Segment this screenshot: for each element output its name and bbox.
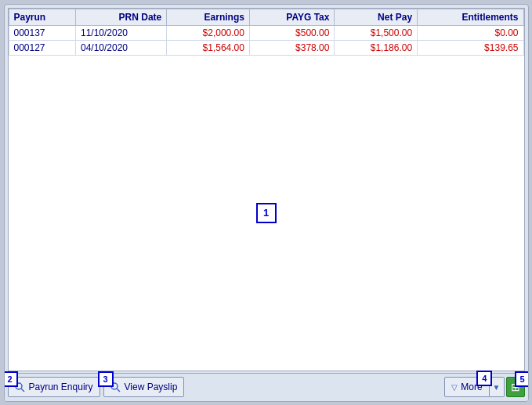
cell-net-pay: $1,500.00 bbox=[335, 25, 418, 40]
badge-3: 3 bbox=[98, 371, 114, 387]
middle-area: 1 bbox=[9, 56, 524, 371]
badge-5: 5 bbox=[515, 371, 529, 387]
cell-prn-date: 04/10/2020 bbox=[75, 40, 166, 55]
more-section: 4 ▽ More ▼ 5 ⊞ bbox=[444, 377, 524, 397]
cell-net-pay: $1,186.00 bbox=[335, 40, 418, 55]
cell-payg-tax: $378.00 bbox=[249, 40, 334, 55]
col-payrun: Payrun bbox=[9, 9, 75, 25]
payrun-enquiry-label: Payrun Enquiry bbox=[29, 381, 93, 392]
cell-entitlements: $139.65 bbox=[418, 40, 523, 55]
footer-toolbar: 2 Payrun Enquiry 3 View Payslip 4 bbox=[5, 373, 528, 401]
table-header-row: Payrun PRN Date Earnings PAYG Tax Net Pa… bbox=[9, 9, 523, 25]
col-prn-date: PRN Date bbox=[75, 9, 166, 25]
cell-payrun: 000137 bbox=[9, 25, 75, 40]
view-payslip-label: View Payslip bbox=[125, 381, 178, 392]
cell-payg-tax: $500.00 bbox=[249, 25, 334, 40]
cell-payrun: 000127 bbox=[9, 40, 75, 55]
badge-2: 2 bbox=[4, 371, 18, 387]
col-entitlements: Entitlements bbox=[418, 9, 523, 25]
main-window: Payrun PRN Date Earnings PAYG Tax Net Pa… bbox=[4, 4, 529, 402]
cell-prn-date: 11/10/2020 bbox=[75, 25, 166, 40]
col-payg-tax: PAYG Tax bbox=[249, 9, 334, 25]
green-action-button[interactable]: 5 ⊞ bbox=[506, 377, 525, 397]
col-net-pay: Net Pay bbox=[335, 9, 418, 25]
badge-4: 4 bbox=[476, 371, 492, 386]
table-content: Payrun PRN Date Earnings PAYG Tax Net Pa… bbox=[9, 9, 524, 371]
cell-entitlements: $0.00 bbox=[418, 25, 523, 40]
center-badge: 1 bbox=[256, 203, 277, 223]
dropdown-arrow-icon: ▼ bbox=[493, 383, 501, 392]
payrun-enquiry-button[interactable]: 2 Payrun Enquiry bbox=[8, 377, 100, 397]
svg-line-1 bbox=[21, 389, 24, 392]
svg-line-3 bbox=[117, 389, 120, 392]
cell-earnings: $2,000.00 bbox=[167, 25, 250, 40]
col-earnings: Earnings bbox=[167, 9, 250, 25]
payrun-table: Payrun PRN Date Earnings PAYG Tax Net Pa… bbox=[9, 9, 524, 56]
chevron-down-icon: ▽ bbox=[451, 383, 458, 392]
view-payslip-button[interactable]: 3 View Payslip bbox=[103, 377, 185, 397]
cell-earnings: $1,564.00 bbox=[167, 40, 250, 55]
table-row: 000137 11/10/2020 $2,000.00 $500.00 $1,5… bbox=[9, 25, 523, 40]
table-row: 000127 04/10/2020 $1,564.00 $378.00 $1,1… bbox=[9, 40, 523, 55]
table-container: Payrun PRN Date Earnings PAYG Tax Net Pa… bbox=[8, 8, 525, 371]
